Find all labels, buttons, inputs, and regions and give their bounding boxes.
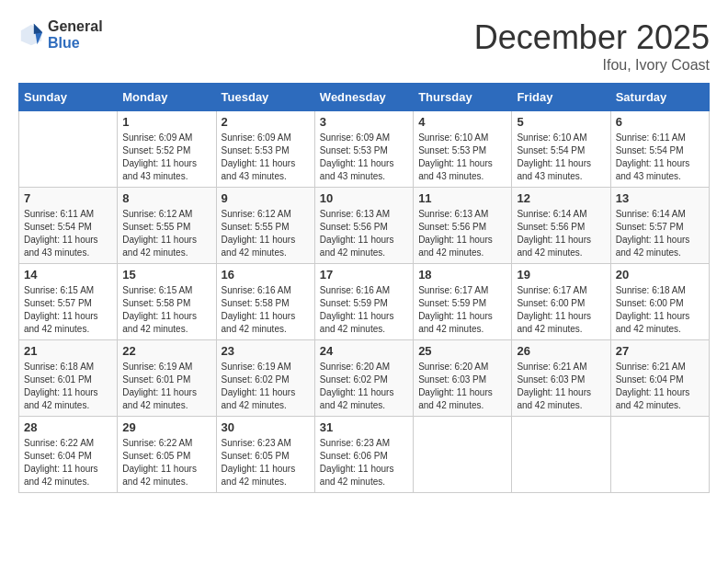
day-cell: 26Sunrise: 6:21 AMSunset: 6:03 PMDayligh… xyxy=(512,340,610,417)
day-number: 9 xyxy=(222,191,310,205)
day-cell: 27Sunrise: 6:21 AMSunset: 6:04 PMDayligh… xyxy=(610,340,709,417)
day-number: 20 xyxy=(616,268,704,282)
week-row-5: 28Sunrise: 6:22 AMSunset: 6:04 PMDayligh… xyxy=(19,417,710,493)
day-cell: 10Sunrise: 6:13 AMSunset: 5:56 PMDayligh… xyxy=(314,188,413,264)
day-info: Sunrise: 6:19 AMSunset: 6:02 PMDaylight:… xyxy=(222,361,310,412)
day-cell: 9Sunrise: 6:12 AMSunset: 5:55 PMDaylight… xyxy=(216,188,314,264)
calendar-table: SundayMondayTuesdayWednesdayThursdayFrid… xyxy=(18,83,710,493)
day-number: 11 xyxy=(418,191,506,205)
day-cell: 15Sunrise: 6:15 AMSunset: 5:58 PMDayligh… xyxy=(118,264,216,340)
day-info: Sunrise: 6:12 AMSunset: 5:55 PMDaylight:… xyxy=(122,208,210,259)
day-cell xyxy=(414,417,512,493)
week-row-3: 14Sunrise: 6:15 AMSunset: 5:57 PMDayligh… xyxy=(19,264,710,340)
day-info: Sunrise: 6:11 AMSunset: 5:54 PMDaylight:… xyxy=(616,132,704,183)
day-number: 21 xyxy=(24,344,112,358)
day-info: Sunrise: 6:20 AMSunset: 6:03 PMDaylight:… xyxy=(418,361,506,412)
day-cell: 23Sunrise: 6:19 AMSunset: 6:02 PMDayligh… xyxy=(216,340,314,417)
day-info: Sunrise: 6:20 AMSunset: 6:02 PMDaylight:… xyxy=(320,361,408,412)
day-cell: 11Sunrise: 6:13 AMSunset: 5:56 PMDayligh… xyxy=(414,188,512,264)
day-info: Sunrise: 6:17 AMSunset: 5:59 PMDaylight:… xyxy=(418,284,506,336)
day-info: Sunrise: 6:18 AMSunset: 6:00 PMDaylight:… xyxy=(616,284,704,336)
day-info: Sunrise: 6:10 AMSunset: 5:53 PMDaylight:… xyxy=(418,132,506,183)
day-cell: 8Sunrise: 6:12 AMSunset: 5:55 PMDaylight… xyxy=(118,188,216,264)
day-cell: 22Sunrise: 6:19 AMSunset: 6:01 PMDayligh… xyxy=(118,340,216,417)
day-cell xyxy=(512,417,610,493)
day-number: 15 xyxy=(122,268,210,282)
day-number: 14 xyxy=(24,268,112,282)
day-cell: 17Sunrise: 6:16 AMSunset: 5:59 PMDayligh… xyxy=(314,264,413,340)
day-number: 17 xyxy=(320,268,408,282)
day-number: 23 xyxy=(222,344,310,358)
day-cell: 18Sunrise: 6:17 AMSunset: 5:59 PMDayligh… xyxy=(414,264,512,340)
day-cell: 25Sunrise: 6:20 AMSunset: 6:03 PMDayligh… xyxy=(414,340,512,417)
day-cell: 31Sunrise: 6:23 AMSunset: 6:06 PMDayligh… xyxy=(314,417,413,493)
location: Ifou, Ivory Coast xyxy=(474,57,710,74)
day-number: 2 xyxy=(222,115,310,129)
col-header-friday: Friday xyxy=(512,84,610,111)
day-info: Sunrise: 6:18 AMSunset: 6:01 PMDaylight:… xyxy=(24,361,112,412)
day-cell: 28Sunrise: 6:22 AMSunset: 6:04 PMDayligh… xyxy=(19,417,118,493)
page-header: General Blue December 2025 Ifou, Ivory C… xyxy=(18,18,710,74)
header-row: SundayMondayTuesdayWednesdayThursdayFrid… xyxy=(19,84,710,111)
day-info: Sunrise: 6:09 AMSunset: 5:53 PMDaylight:… xyxy=(222,132,310,183)
day-info: Sunrise: 6:21 AMSunset: 6:03 PMDaylight:… xyxy=(517,361,605,412)
day-cell: 12Sunrise: 6:14 AMSunset: 5:56 PMDayligh… xyxy=(512,188,610,264)
col-header-saturday: Saturday xyxy=(610,84,709,111)
day-number: 3 xyxy=(320,115,408,129)
day-info: Sunrise: 6:15 AMSunset: 5:57 PMDaylight:… xyxy=(24,284,112,336)
day-info: Sunrise: 6:09 AMSunset: 5:53 PMDaylight:… xyxy=(320,132,408,183)
day-cell xyxy=(19,111,118,188)
day-number: 22 xyxy=(122,344,210,358)
day-cell: 13Sunrise: 6:14 AMSunset: 5:57 PMDayligh… xyxy=(610,188,709,264)
title-block: December 2025 Ifou, Ivory Coast xyxy=(474,18,710,74)
day-number: 8 xyxy=(122,191,210,205)
day-info: Sunrise: 6:22 AMSunset: 6:04 PMDaylight:… xyxy=(24,437,112,488)
day-info: Sunrise: 6:16 AMSunset: 5:59 PMDaylight:… xyxy=(320,284,408,336)
month-year: December 2025 xyxy=(474,18,710,57)
day-info: Sunrise: 6:14 AMSunset: 5:56 PMDaylight:… xyxy=(517,208,605,259)
logo-text: General Blue xyxy=(48,18,103,52)
day-cell: 6Sunrise: 6:11 AMSunset: 5:54 PMDaylight… xyxy=(610,111,709,188)
day-cell: 14Sunrise: 6:15 AMSunset: 5:57 PMDayligh… xyxy=(19,264,118,340)
day-number: 18 xyxy=(418,268,506,282)
day-info: Sunrise: 6:23 AMSunset: 6:05 PMDaylight:… xyxy=(222,437,310,488)
day-cell: 2Sunrise: 6:09 AMSunset: 5:53 PMDaylight… xyxy=(216,111,314,188)
col-header-monday: Monday xyxy=(118,84,216,111)
day-cell: 3Sunrise: 6:09 AMSunset: 5:53 PMDaylight… xyxy=(314,111,413,188)
day-cell: 30Sunrise: 6:23 AMSunset: 6:05 PMDayligh… xyxy=(216,417,314,493)
day-cell: 1Sunrise: 6:09 AMSunset: 5:52 PMDaylight… xyxy=(118,111,216,188)
day-number: 12 xyxy=(517,191,605,205)
day-info: Sunrise: 6:15 AMSunset: 5:58 PMDaylight:… xyxy=(122,284,210,336)
day-number: 24 xyxy=(320,344,408,358)
day-cell: 4Sunrise: 6:10 AMSunset: 5:53 PMDaylight… xyxy=(414,111,512,188)
day-info: Sunrise: 6:23 AMSunset: 6:06 PMDaylight:… xyxy=(320,437,408,488)
day-number: 7 xyxy=(24,191,112,205)
day-info: Sunrise: 6:17 AMSunset: 6:00 PMDaylight:… xyxy=(517,284,605,336)
col-header-thursday: Thursday xyxy=(414,84,512,111)
day-info: Sunrise: 6:10 AMSunset: 5:54 PMDaylight:… xyxy=(517,132,605,183)
day-number: 16 xyxy=(222,268,310,282)
col-header-wednesday: Wednesday xyxy=(314,84,413,111)
day-cell: 5Sunrise: 6:10 AMSunset: 5:54 PMDaylight… xyxy=(512,111,610,188)
day-info: Sunrise: 6:14 AMSunset: 5:57 PMDaylight:… xyxy=(616,208,704,259)
day-info: Sunrise: 6:12 AMSunset: 5:55 PMDaylight:… xyxy=(222,208,310,259)
day-info: Sunrise: 6:21 AMSunset: 6:04 PMDaylight:… xyxy=(616,361,704,412)
day-cell xyxy=(610,417,709,493)
day-number: 27 xyxy=(616,344,704,358)
day-number: 31 xyxy=(320,420,408,434)
day-number: 1 xyxy=(122,115,210,129)
day-number: 6 xyxy=(616,115,704,129)
week-row-4: 21Sunrise: 6:18 AMSunset: 6:01 PMDayligh… xyxy=(19,340,710,417)
day-cell: 21Sunrise: 6:18 AMSunset: 6:01 PMDayligh… xyxy=(19,340,118,417)
day-number: 4 xyxy=(418,115,506,129)
day-info: Sunrise: 6:13 AMSunset: 5:56 PMDaylight:… xyxy=(320,208,408,259)
logo: General Blue xyxy=(18,18,103,52)
day-number: 13 xyxy=(616,191,704,205)
week-row-1: 1Sunrise: 6:09 AMSunset: 5:52 PMDaylight… xyxy=(19,111,710,188)
day-cell: 24Sunrise: 6:20 AMSunset: 6:02 PMDayligh… xyxy=(314,340,413,417)
day-number: 10 xyxy=(320,191,408,205)
day-number: 25 xyxy=(418,344,506,358)
logo-general: General xyxy=(48,18,103,34)
day-info: Sunrise: 6:09 AMSunset: 5:52 PMDaylight:… xyxy=(122,132,210,183)
logo-icon xyxy=(18,22,44,48)
